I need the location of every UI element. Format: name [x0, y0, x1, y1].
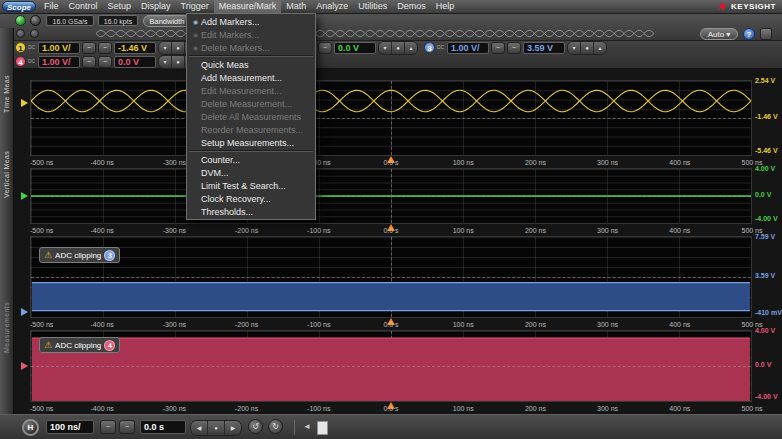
timebase-scale-field[interactable]: 100 ns/ — [46, 420, 94, 434]
document-icon[interactable] — [317, 421, 328, 435]
menubar-item-analyze[interactable]: Analyze — [311, 0, 353, 13]
grid-viewport-3[interactable]: ⚠ ADC clipping 3 — [30, 236, 752, 318]
channel-2-scale-button-a[interactable]: ~ — [318, 42, 332, 54]
menu-item-add-measurement[interactable]: Add Measurement... — [187, 71, 315, 84]
zoom-in-button[interactable]: ~ — [119, 420, 135, 434]
step-zero-icon[interactable]: ● — [172, 42, 185, 54]
delay-field[interactable]: 0.0 s — [140, 420, 186, 434]
help-button[interactable]: ? — [743, 28, 755, 40]
channel-1-coupling: DC — [28, 45, 36, 50]
channel-1-scale-button-a[interactable]: ~ — [82, 42, 96, 54]
adc-clipping-badge-ch3[interactable]: ⚠ ADC clipping 3 — [39, 247, 120, 263]
menubar-item-file[interactable]: File — [39, 0, 64, 13]
delay-zero-button[interactable]: ● — [208, 421, 225, 435]
menubar-item-control[interactable]: Control — [64, 0, 103, 13]
undo-pan-button[interactable]: ↺ — [248, 419, 263, 434]
channel-3-scale-button-b[interactable]: ~ — [507, 42, 521, 54]
menu-item-quick-meas[interactable]: Quick Meas — [187, 58, 315, 71]
time-label: -400 ns — [91, 405, 114, 412]
redo-pan-button[interactable]: ↻ — [268, 419, 283, 434]
axis-label-ch1-bottom: -5.46 V — [755, 147, 782, 154]
channel-1-offset-field[interactable]: -1.46 V — [114, 42, 156, 54]
step-up-icon[interactable]: ▴ — [405, 42, 417, 54]
sidebar-tab-vertical-meas[interactable]: Vertical Meas — [0, 132, 13, 216]
time-label: 0.0 s — [383, 227, 398, 234]
auto-button[interactable]: Auto ▾ — [700, 28, 738, 40]
scope-logo[interactable]: Scope — [2, 1, 36, 12]
menubar-item-measure-mark[interactable]: Measure/Mark — [214, 0, 282, 13]
grid-viewport-4[interactable]: ⚠ ADC clipping 4 — [30, 330, 752, 402]
menubar-item-help[interactable]: Help — [431, 0, 460, 13]
channel-3-chip[interactable]: 3 — [104, 250, 115, 261]
menu-item-dvm[interactable]: DVM... — [187, 166, 315, 179]
step-up-icon[interactable]: ▴ — [594, 42, 606, 54]
ground-marker-ch1[interactable] — [21, 99, 28, 107]
run-button[interactable] — [15, 15, 26, 26]
step-down-icon[interactable]: ▾ — [159, 56, 172, 68]
vertical-knob-icon[interactable] — [30, 29, 39, 38]
menubar-item-trigger[interactable]: Trigger — [176, 0, 214, 13]
step-zero-icon[interactable]: ● — [392, 42, 405, 54]
channel-3-offset-field[interactable]: 3.59 V — [523, 42, 565, 54]
channel-3-coupling: DC — [437, 45, 445, 50]
channel-4-scale-button-a[interactable]: ~ — [82, 56, 96, 68]
acquisition-preview-strip[interactable] — [96, 28, 654, 39]
bandwidth-button[interactable]: Bandwidth — [143, 15, 191, 27]
menu-item-counter[interactable]: Counter... — [187, 153, 315, 166]
adc-clipping-badge-ch4[interactable]: ⚠ ADC clipping 4 — [39, 337, 120, 353]
horizontal-knob[interactable]: H — [22, 419, 39, 436]
channel-2-offset-field[interactable]: 0.0 V — [334, 42, 376, 54]
ground-marker-ch2[interactable] — [21, 192, 28, 200]
step-down-icon[interactable]: ▾ — [159, 42, 172, 54]
time-label: 300 ns — [597, 405, 618, 412]
menu-item-label: Edit Markers... — [201, 30, 259, 40]
menu-item-clock-recovery[interactable]: Clock Recovery... — [187, 192, 315, 205]
menu-item-limit-test-search[interactable]: Limit Test & Search... — [187, 179, 315, 192]
step-zero-icon[interactable]: ● — [172, 56, 185, 68]
menubar-item-setup[interactable]: Setup — [103, 0, 137, 13]
oscilloscope-app: Scope FileControlSetupDisplayTriggerMeas… — [0, 0, 782, 439]
menubar-item-demos[interactable]: Demos — [392, 0, 431, 13]
grid-viewport-2[interactable] — [30, 168, 752, 224]
time-axis-2: -500 ns-400 ns-300 ns-200 ns-100 ns0.0 s… — [30, 224, 752, 236]
channel-4-badge[interactable]: 4 — [15, 56, 26, 67]
channel-3-scale-field[interactable]: 1.00 V/ — [447, 42, 489, 54]
menu-item-thresholds[interactable]: Thresholds... — [187, 205, 315, 218]
channel-4-chip[interactable]: 4 — [104, 340, 115, 351]
sidebar-tab-time-meas[interactable]: Time Meas — [0, 62, 13, 126]
panel-button[interactable] — [760, 28, 772, 40]
channel-3-scale-button-a[interactable]: ~ — [491, 42, 505, 54]
channel-4-scale-button-b[interactable]: ~ — [98, 56, 112, 68]
channel-4-scale-field[interactable]: 1.00 V/ — [38, 56, 80, 68]
menu-item-delete-all-measurements: Delete All Measurements — [187, 110, 315, 123]
zoom-out-button[interactable]: ~ — [100, 420, 116, 434]
menu-item-add-markers[interactable]: ◉Add Markers... — [187, 15, 315, 28]
ground-marker-ch4[interactable] — [21, 362, 28, 370]
time-label: 200 ns — [525, 321, 546, 328]
ground-marker-ch3[interactable] — [21, 308, 28, 316]
channel-1-scale-button-b[interactable]: ~ — [98, 42, 112, 54]
menu-item-reorder-measurements: Reorder Measurements... — [187, 123, 315, 136]
menu-item-setup-measurements[interactable]: Setup Measurements... — [187, 136, 315, 149]
menubar-item-math[interactable]: Math — [281, 0, 311, 13]
speaker-icon[interactable]: ◄ — [303, 422, 311, 432]
step-down-icon[interactable]: ▾ — [568, 42, 581, 54]
menubar-item-display[interactable]: Display — [136, 0, 176, 13]
time-label: 100 ns — [453, 159, 474, 166]
step-down-icon[interactable]: ▾ — [379, 42, 392, 54]
channel-3-badge[interactable]: 3 — [424, 42, 435, 53]
horizontal-knob-icon[interactable] — [16, 29, 25, 38]
delay-right-button[interactable]: ▶ — [225, 421, 241, 435]
menu-item-label: Add Markers... — [201, 17, 260, 27]
axis-label-ch2-top: 4.00 V — [755, 165, 782, 172]
step-zero-icon[interactable]: ● — [581, 42, 594, 54]
channel-4-offset-field[interactable]: 0.0 V — [114, 56, 156, 68]
sidebar-tab-measurements[interactable]: Measurements — [0, 274, 13, 380]
delay-left-button[interactable]: ◀ — [191, 421, 208, 435]
channel-1-scale-field[interactable]: 1.00 V/ — [38, 42, 80, 54]
grid-viewport-1[interactable] — [30, 80, 752, 156]
time-label: -200 ns — [235, 227, 258, 234]
stop-button[interactable] — [30, 15, 41, 26]
channel-1-badge[interactable]: 1 — [15, 42, 26, 53]
menubar-item-utilities[interactable]: Utilities — [353, 0, 392, 13]
